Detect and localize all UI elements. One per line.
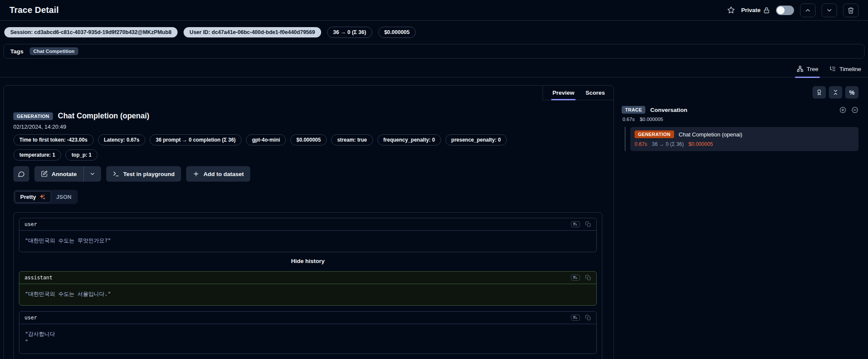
tags-label: Tags xyxy=(10,48,24,55)
message-content: "대한민국의 수도는 무엇인가요?" xyxy=(19,231,596,252)
node-title: Chat Completion (openai) xyxy=(679,131,742,138)
copy-icon[interactable] xyxy=(585,275,591,281)
tree-node-generation[interactable]: GENERATION Chat Completion (openai) 0.67… xyxy=(630,127,859,151)
tree-icon xyxy=(797,65,804,72)
copy-icon[interactable] xyxy=(585,315,591,321)
action-buttons: Annotate Test in playground Add to datas… xyxy=(13,166,602,182)
generation-type-badge: GENERATION xyxy=(13,112,53,120)
test-in-playground-label: Test in playground xyxy=(123,171,175,177)
add-to-dataset-button[interactable]: Add to dataset xyxy=(186,166,250,182)
next-trace-button[interactable] xyxy=(822,3,837,17)
message-role: user xyxy=(25,315,37,321)
message-role: assistant xyxy=(25,275,52,281)
test-in-playground-button[interactable]: Test in playground xyxy=(106,166,181,182)
markdown-toggle-icon[interactable]: M↓ xyxy=(571,315,580,321)
node-cost: $0.000005 xyxy=(688,141,713,147)
privacy-label: Private xyxy=(741,7,761,13)
tab-timeline[interactable]: Timeline xyxy=(829,65,861,77)
trace-title: Conversation xyxy=(650,107,687,113)
session-badge[interactable]: Session: cd3abcd6-c81c-4037-935d-19d9f27… xyxy=(4,27,178,37)
collapse-icon[interactable] xyxy=(851,106,859,114)
chevron-down-icon xyxy=(826,7,833,14)
user-id-badge[interactable]: User ID: dc47a41e-06bc-400d-bde1-f0e440d… xyxy=(184,27,321,37)
expand-all-icon[interactable] xyxy=(839,106,847,114)
tags-row: Tags Chat Competition xyxy=(3,44,865,59)
node-header: GENERATION Chat Completion (openai) xyxy=(635,130,854,138)
delete-trace-button[interactable] xyxy=(843,3,859,17)
comments-button[interactable] xyxy=(13,166,29,182)
latency-badge: Latency: 0.67s xyxy=(98,134,146,145)
ttft-badge: Time to first token: -423.00s xyxy=(13,134,94,145)
panel-body: GENERATION Chat Completion (openai) 02/1… xyxy=(4,86,613,359)
markdown-toggle-icon[interactable]: M↓ xyxy=(571,275,580,281)
annotate-dropdown-button[interactable] xyxy=(84,166,101,182)
message-tools: M↓ xyxy=(571,315,591,321)
message-role: user xyxy=(25,221,37,227)
annotate-split-button: Annotate xyxy=(34,166,101,182)
trace-cost: $0.000005 xyxy=(640,117,663,122)
fold-vertical-icon xyxy=(832,89,839,96)
stream-badge: stream: true xyxy=(331,134,373,145)
message-tools: M↓ xyxy=(571,275,591,281)
copy-icon[interactable] xyxy=(585,221,591,227)
toggle-knob xyxy=(777,6,785,14)
hide-history-button[interactable]: Hide history xyxy=(19,258,597,264)
node-metrics: 0.67s 36 → 0 (Σ 36) $0.000005 xyxy=(635,141,854,147)
header-controls: Private xyxy=(727,3,859,17)
message-user-2: user M↓ "감사합니다 " xyxy=(19,311,597,353)
trace-tree-sidebar: % TRACE Conversation 0.67s $0.000005 GEN… xyxy=(614,85,865,151)
obs-cost-badge: $0.000005 xyxy=(290,134,327,145)
collapse-all-button[interactable] xyxy=(829,86,842,99)
tree-controls: % xyxy=(622,86,859,99)
public-toggle[interactable] xyxy=(776,6,794,15)
trace-root-row[interactable]: TRACE Conversation xyxy=(622,106,859,114)
award-icon xyxy=(816,89,822,96)
pretty-label: Pretty xyxy=(20,194,36,200)
tag-chip[interactable]: Chat Competition xyxy=(30,47,79,55)
percent-icon: % xyxy=(849,89,854,96)
plus-icon xyxy=(193,170,199,177)
message-tools: M↓ xyxy=(571,221,591,227)
generation-badge: GENERATION xyxy=(635,130,674,138)
scores-toggle-button[interactable] xyxy=(813,86,826,99)
message-assistant: assistant M↓ "대한민국의 수도는 서울입니다." xyxy=(19,271,597,306)
top-p-badge: top_p: 1 xyxy=(65,149,98,161)
chevron-up-icon xyxy=(804,7,811,14)
observation-badges: Time to first token: -423.00s Latency: 0… xyxy=(13,134,555,161)
add-to-dataset-label: Add to dataset xyxy=(203,171,244,177)
cost-badge: $0.000005 xyxy=(378,27,416,38)
meta-badges-row: Session: cd3abcd6-c81c-4037-935d-19d9f27… xyxy=(0,21,868,42)
prev-trace-button[interactable] xyxy=(800,3,816,17)
format-toggle: Pretty JSON xyxy=(13,190,78,204)
pretty-toggle[interactable]: Pretty xyxy=(15,191,51,203)
panel-tabs: Preview Scores xyxy=(543,86,613,100)
observation-header: GENERATION Chat Completion (openai) xyxy=(13,111,602,121)
json-toggle[interactable]: JSON xyxy=(51,192,77,202)
tab-timeline-label: Timeline xyxy=(839,66,861,72)
terminal-icon xyxy=(113,170,120,177)
privacy-status: Private xyxy=(741,7,770,14)
observation-timestamp: 02/12/2024, 14:20:49 xyxy=(13,124,602,130)
model-badge[interactable]: gpt-4o-mini xyxy=(246,134,286,145)
message-content: "대한민국의 수도는 서울입니다." xyxy=(19,284,596,305)
metrics-toggle-button[interactable]: % xyxy=(845,86,859,99)
annotate-button[interactable]: Annotate xyxy=(34,166,83,182)
markdown-toggle-icon[interactable]: M↓ xyxy=(571,221,580,227)
content-area: Preview Scores GENERATION Chat Completio… xyxy=(0,77,868,359)
tab-scores[interactable]: Scores xyxy=(586,86,605,100)
trace-metrics: 0.67s $0.000005 xyxy=(622,117,859,122)
token-usage-badge: 36 → 0 (Σ 36) xyxy=(327,27,372,38)
message-header: user M↓ xyxy=(19,218,596,231)
bookmark-star-icon[interactable] xyxy=(727,6,735,14)
message-header: assistant M↓ xyxy=(19,272,596,284)
presence-penalty-badge: presence_penalty: 0 xyxy=(445,134,507,145)
timeline-icon xyxy=(829,65,836,72)
tree-children: GENERATION Chat Completion (openai) 0.67… xyxy=(625,127,859,151)
temperature-badge: temperature: 1 xyxy=(13,149,61,161)
view-tabs: Tree Timeline xyxy=(0,59,868,77)
tab-preview[interactable]: Preview xyxy=(552,86,574,100)
tab-tree[interactable]: Tree xyxy=(797,65,818,77)
page-header: Trace Detail Private xyxy=(0,0,868,21)
annotate-label: Annotate xyxy=(52,171,77,177)
trash-icon xyxy=(847,7,854,14)
